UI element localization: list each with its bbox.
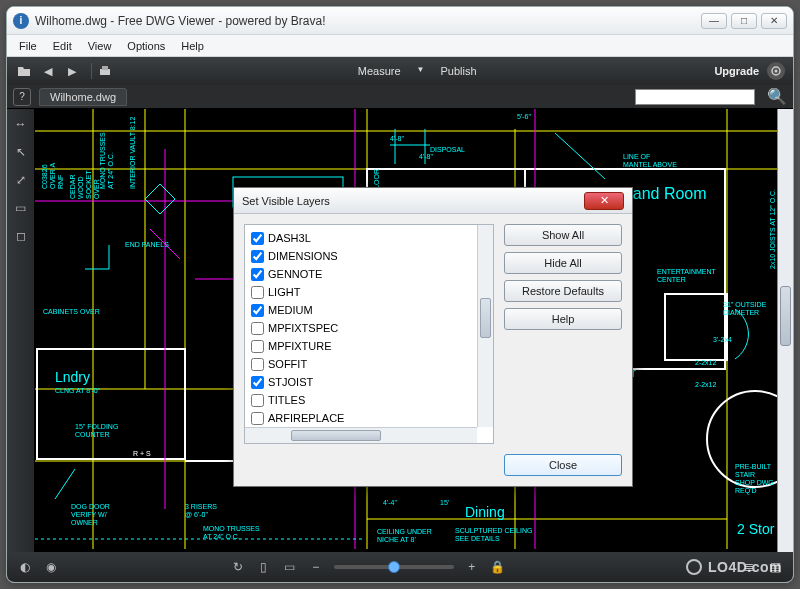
dialog-titlebar[interactable]: Set Visible Layers ✕ bbox=[234, 188, 632, 214]
layer-row[interactable]: TITLES bbox=[249, 391, 475, 409]
help-icon[interactable]: ? bbox=[13, 88, 31, 106]
label-mono-trusses: MONO TRUSSESAT 24" O.C. bbox=[203, 525, 260, 540]
label-d6: 3'-2x4 bbox=[713, 336, 732, 343]
close-window-button[interactable]: ✕ bbox=[761, 13, 787, 29]
zoom-tool-icon[interactable]: ⤢ bbox=[12, 171, 30, 189]
show-all-button[interactable]: Show All bbox=[504, 224, 622, 246]
label-disposal: DISPOSAL bbox=[430, 146, 465, 153]
measure-menu[interactable]: Measure bbox=[352, 63, 407, 79]
layer-row[interactable]: LIGHT bbox=[249, 283, 475, 301]
settings-icon[interactable] bbox=[767, 62, 785, 80]
dropdown-icon[interactable]: ▼ bbox=[411, 63, 431, 79]
layer-checkbox[interactable] bbox=[251, 322, 264, 335]
label-ceiling-under: CEILING UNDERNICHE AT 8' bbox=[377, 528, 432, 543]
lock-icon[interactable]: 🔒 bbox=[490, 559, 506, 575]
menu-view[interactable]: View bbox=[80, 38, 120, 54]
menu-help[interactable]: Help bbox=[173, 38, 212, 54]
layer-checkbox[interactable] bbox=[251, 412, 264, 425]
layer-name: ARFIREPLACE bbox=[268, 412, 344, 424]
layer-checkbox[interactable] bbox=[251, 250, 264, 263]
pointer-tool-icon[interactable]: ↖ bbox=[12, 143, 30, 161]
fit-width-icon[interactable]: ▭ bbox=[282, 559, 298, 575]
pan-tool-icon[interactable]: ↔ bbox=[12, 115, 30, 133]
layer-list[interactable]: DASH3LDIMENSIONSGENNOTELIGHTMEDIUMMPFIXT… bbox=[249, 229, 475, 425]
zoom-thumb[interactable] bbox=[388, 561, 400, 573]
layer-vscroll[interactable] bbox=[477, 225, 493, 427]
layer-checkbox[interactable] bbox=[251, 268, 264, 281]
layer-checkbox[interactable] bbox=[251, 286, 264, 299]
layer-row[interactable]: STJOIST bbox=[249, 373, 475, 391]
toolbar: ◀ ▶ Measure ▼ Publish Upgrade bbox=[7, 57, 793, 85]
layer-vscroll-thumb[interactable] bbox=[480, 298, 491, 338]
region-tool-icon[interactable]: ▭ bbox=[12, 199, 30, 217]
label-interior-vault: INTERIOR VAULT 8:12 bbox=[129, 117, 136, 189]
layer-checkbox[interactable] bbox=[251, 358, 264, 371]
search-icon[interactable]: 🔍 bbox=[767, 87, 787, 106]
help-button[interactable]: Help bbox=[504, 308, 622, 330]
menubar: File Edit View Options Help bbox=[7, 35, 793, 57]
layer-checkbox[interactable] bbox=[251, 394, 264, 407]
layer-name: LIGHT bbox=[268, 286, 300, 298]
label-d7: 2-2x12 bbox=[695, 359, 717, 366]
label-folding-counter: 15" FOLDINGCOUNTER bbox=[75, 423, 118, 438]
minimize-button[interactable]: — bbox=[701, 13, 727, 29]
restore-defaults-button[interactable]: Restore Defaults bbox=[504, 280, 622, 302]
label-pre-text: CEDARWOODSOCKETOVER bbox=[69, 169, 100, 199]
menu-file[interactable]: File bbox=[11, 38, 45, 54]
dialog-button-column: Show All Hide All Restore Defaults Help bbox=[504, 224, 622, 444]
hide-all-button[interactable]: Hide All bbox=[504, 252, 622, 274]
menu-options[interactable]: Options bbox=[119, 38, 173, 54]
layer-row[interactable]: MEDIUM bbox=[249, 301, 475, 319]
dialog-close-button[interactable]: ✕ bbox=[584, 192, 624, 210]
back-icon[interactable]: ◀ bbox=[39, 62, 57, 80]
scrollbar-thumb[interactable] bbox=[780, 286, 791, 346]
layer-row[interactable]: DASH3L bbox=[249, 229, 475, 247]
label-end-panels: END PANELS bbox=[125, 241, 169, 248]
layer-hscroll[interactable] bbox=[245, 427, 477, 443]
layer-hscroll-thumb[interactable] bbox=[291, 430, 381, 441]
open-icon[interactable] bbox=[15, 62, 33, 80]
upgrade-link[interactable]: Upgrade bbox=[714, 65, 759, 77]
label-entertainment: ENTERTAINMENTCENTER bbox=[657, 268, 717, 283]
zoom-in-icon[interactable]: + bbox=[464, 559, 480, 575]
layer-row[interactable]: MPFIXTURE bbox=[249, 337, 475, 355]
layer-checkbox[interactable] bbox=[251, 304, 264, 317]
zoom-slider[interactable] bbox=[334, 565, 454, 569]
layer-name: MPFIXTSPEC bbox=[268, 322, 338, 334]
forward-icon[interactable]: ▶ bbox=[63, 62, 81, 80]
print-icon[interactable] bbox=[96, 62, 114, 80]
svg-point-3 bbox=[775, 70, 778, 73]
layer-checkbox[interactable] bbox=[251, 376, 264, 389]
label-dog-door: DOG DOORVERIFY W/OWNER bbox=[71, 503, 110, 526]
publish-menu[interactable]: Publish bbox=[435, 63, 483, 79]
set-visible-layers-dialog: Set Visible Layers ✕ DASH3LDIMENSIONSGEN… bbox=[233, 187, 633, 487]
maximize-button[interactable]: □ bbox=[731, 13, 757, 29]
search-input[interactable] bbox=[635, 89, 755, 105]
label-lndry: Lndry bbox=[55, 369, 90, 385]
globe-icon bbox=[686, 559, 702, 575]
separator bbox=[91, 63, 92, 79]
document-tab[interactable]: Wilhome.dwg bbox=[39, 88, 127, 106]
label-dining: Dining bbox=[465, 504, 505, 520]
zoom-out-icon[interactable]: − bbox=[308, 559, 324, 575]
vertical-scrollbar[interactable] bbox=[777, 109, 793, 552]
layer-row[interactable]: GENNOTE bbox=[249, 265, 475, 283]
side-toolbar: ↔ ↖ ⤢ ▭ ◻ bbox=[7, 109, 35, 552]
label-outside-diameter: 31" OUTSIDEDIAMETER bbox=[723, 301, 767, 316]
menu-edit[interactable]: Edit bbox=[45, 38, 80, 54]
layer-row[interactable]: MPFIXTSPEC bbox=[249, 319, 475, 337]
page-icon[interactable]: ▯ bbox=[256, 559, 272, 575]
layer-row[interactable]: ARFIREPLACE bbox=[249, 409, 475, 425]
fit-tool-icon[interactable]: ◻ bbox=[12, 227, 30, 245]
layer-name: TITLES bbox=[268, 394, 305, 406]
layer-row[interactable]: DIMENSIONS bbox=[249, 247, 475, 265]
bottom-toolbar: ◐ ◉ ↻ ▯ ▭ − + 🔒 ≣ ▤ bbox=[7, 552, 793, 582]
contrast-icon[interactable]: ◐ bbox=[17, 559, 33, 575]
monochrome-icon[interactable]: ◉ bbox=[43, 559, 59, 575]
layer-checkbox[interactable] bbox=[251, 340, 264, 353]
layer-name: DASH3L bbox=[268, 232, 311, 244]
layer-checkbox[interactable] bbox=[251, 232, 264, 245]
rotate-icon[interactable]: ↻ bbox=[230, 559, 246, 575]
close-button[interactable]: Close bbox=[504, 454, 622, 476]
layer-row[interactable]: SOFFIT bbox=[249, 355, 475, 373]
